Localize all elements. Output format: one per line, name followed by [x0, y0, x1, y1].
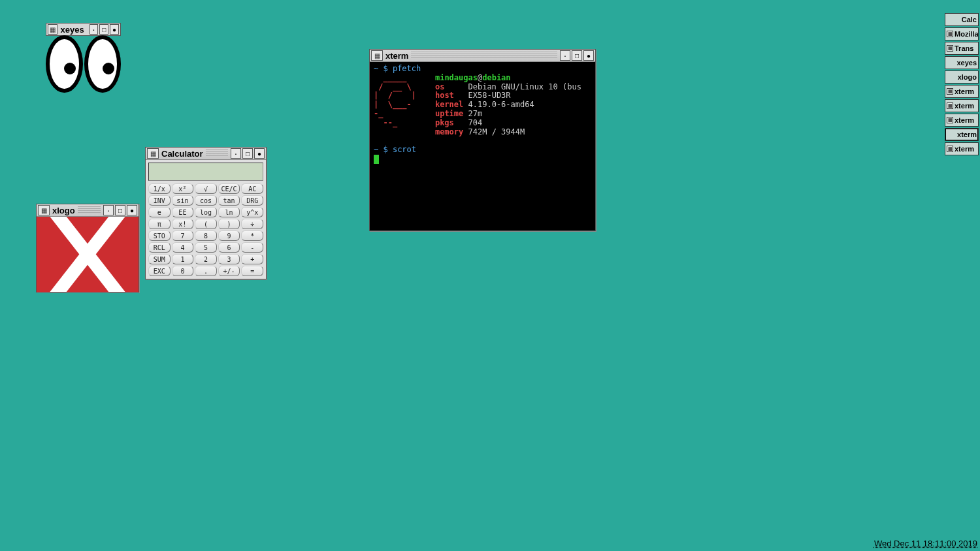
task-item[interactable]: Trans: [945, 42, 979, 55]
calc-button[interactable]: EXC: [148, 266, 171, 276]
calculator-body: 1/xx²√CE/CACINVsincostanDRGeEEloglny^xπx…: [146, 160, 266, 279]
calc-button[interactable]: 0: [172, 266, 194, 276]
window-calculator[interactable]: Calculator 1/xx²√CE/CACINVsincostanDRGeE…: [145, 147, 267, 279]
calc-button[interactable]: log: [195, 207, 217, 217]
pfetch-host-label: host: [435, 91, 454, 100]
calc-button[interactable]: 2: [195, 254, 217, 264]
titlebar-xlogo[interactable]: xlogo: [37, 204, 139, 217]
calc-button[interactable]: tan: [218, 195, 240, 206]
calc-button[interactable]: 1/x: [148, 183, 171, 194]
calc-button[interactable]: DRG: [241, 195, 263, 206]
calculator-keypad: 1/xx²√CE/CACINVsincostanDRGeEEloglny^xπx…: [148, 183, 263, 276]
calc-button[interactable]: (: [195, 219, 217, 229]
window-xlogo[interactable]: xlogo: [36, 204, 139, 292]
calc-button[interactable]: x²: [172, 183, 194, 194]
pfetch-memory-label: memory: [435, 127, 463, 136]
pfetch-os: Debian GNU/Linux 10 (bus: [468, 82, 581, 91]
maximize-button[interactable]: [572, 50, 582, 61]
task-item[interactable]: Calc: [945, 13, 979, 26]
calc-button[interactable]: ÷: [241, 219, 263, 229]
calc-button[interactable]: 6: [218, 242, 240, 253]
calc-button[interactable]: 7: [172, 230, 194, 241]
close-button[interactable]: [110, 24, 119, 35]
calc-button[interactable]: +/-: [218, 266, 240, 276]
calc-button[interactable]: 1: [172, 254, 194, 264]
calc-button[interactable]: x!: [172, 219, 194, 229]
calc-button[interactable]: 4: [172, 242, 194, 253]
pfetch-host: EX58-UD3R: [468, 91, 511, 100]
task-item[interactable]: xlogo: [945, 71, 979, 84]
clock: Wed Dec 11 18:11:00 2019: [874, 539, 977, 548]
task-item[interactable]: Mozilla: [945, 27, 979, 40]
titlebar-xterm[interactable]: xterm: [370, 50, 595, 62]
window-xterm[interactable]: xterm ~ $ pfetch _____ mindaugas@debian …: [369, 49, 596, 231]
task-item[interactable]: xterm: [945, 142, 979, 155]
sysmenu-icon[interactable]: [48, 24, 57, 35]
sysmenu-icon[interactable]: [38, 205, 50, 215]
window-xeyes[interactable]: xeyes: [46, 23, 121, 91]
calc-button[interactable]: y^x: [241, 207, 263, 217]
calc-button[interactable]: STO: [148, 230, 171, 241]
calc-button[interactable]: π: [148, 219, 171, 229]
calc-button[interactable]: cos: [195, 195, 217, 206]
maximize-button[interactable]: [242, 148, 253, 159]
titlebar-stripes: [206, 150, 228, 157]
calc-button[interactable]: EE: [172, 207, 194, 217]
minimize-button[interactable]: [103, 205, 114, 215]
calc-button[interactable]: 5: [195, 242, 217, 253]
calc-button[interactable]: CE/C: [218, 183, 240, 194]
task-label: xterm: [955, 102, 977, 110]
minimize-button[interactable]: [90, 24, 99, 35]
task-label: xterm: [955, 116, 977, 124]
task-item[interactable]: xterm: [945, 114, 979, 127]
pfetch-uptime: 27m: [468, 109, 483, 118]
titlebar-stripes: [411, 52, 557, 59]
calc-button[interactable]: INV: [148, 195, 171, 206]
calc-button[interactable]: SUM: [148, 254, 171, 264]
pfetch-memory: 742M / 3944M: [468, 127, 525, 136]
pfetch-user: mindaugas: [435, 73, 478, 82]
titlebar-xeyes[interactable]: xeyes: [46, 23, 121, 36]
calc-button[interactable]: sin: [172, 195, 194, 206]
maximize-button[interactable]: [99, 24, 108, 35]
close-button[interactable]: [583, 50, 594, 61]
calc-button[interactable]: RCL: [148, 242, 171, 253]
calc-button[interactable]: +: [241, 254, 263, 264]
sysmenu-icon[interactable]: [147, 148, 159, 159]
titlebar-calculator[interactable]: Calculator: [146, 148, 266, 160]
task-item[interactable]: xterm: [945, 128, 979, 141]
calc-button[interactable]: 8: [195, 230, 217, 241]
calc-button[interactable]: .: [195, 266, 217, 276]
taskbar: CalcMozillaTransxeyesxlogoxtermxtermxter…: [945, 13, 979, 155]
close-button[interactable]: [127, 205, 137, 215]
calc-button[interactable]: √: [195, 183, 217, 194]
calc-button[interactable]: =: [241, 266, 263, 276]
terminal-body[interactable]: ~ $ pfetch _____ mindaugas@debian / __ \…: [370, 62, 595, 230]
calc-button[interactable]: 3: [218, 254, 240, 264]
pfetch-os-label: os: [435, 82, 444, 91]
task-label: Mozilla: [955, 30, 979, 38]
titlebar-stripes: [78, 206, 101, 214]
task-item[interactable]: xterm: [945, 85, 979, 98]
task-label: xterm: [947, 131, 977, 138]
maximize-button[interactable]: [115, 205, 125, 215]
calc-button[interactable]: ln: [218, 207, 240, 217]
title-xeyes: xeyes: [60, 25, 84, 35]
calculator-display: [148, 163, 263, 181]
ascii-art: --_: [374, 118, 397, 127]
minimize-button[interactable]: [560, 50, 570, 61]
calc-button[interactable]: 9: [218, 230, 240, 241]
prompt-marker: ~ $: [374, 145, 388, 154]
close-button[interactable]: [254, 148, 265, 159]
sysmenu-icon[interactable]: [371, 50, 383, 61]
calc-button[interactable]: e: [148, 207, 171, 217]
calc-button[interactable]: ): [218, 219, 240, 229]
pupil-left: [64, 63, 76, 74]
minimize-button[interactable]: [231, 148, 241, 159]
task-item[interactable]: xeyes: [945, 56, 979, 69]
xlogo-body: [37, 217, 139, 292]
calc-button[interactable]: *: [241, 230, 263, 241]
task-item[interactable]: xterm: [945, 99, 979, 112]
calc-button[interactable]: -: [241, 242, 263, 253]
calc-button[interactable]: AC: [241, 183, 263, 194]
